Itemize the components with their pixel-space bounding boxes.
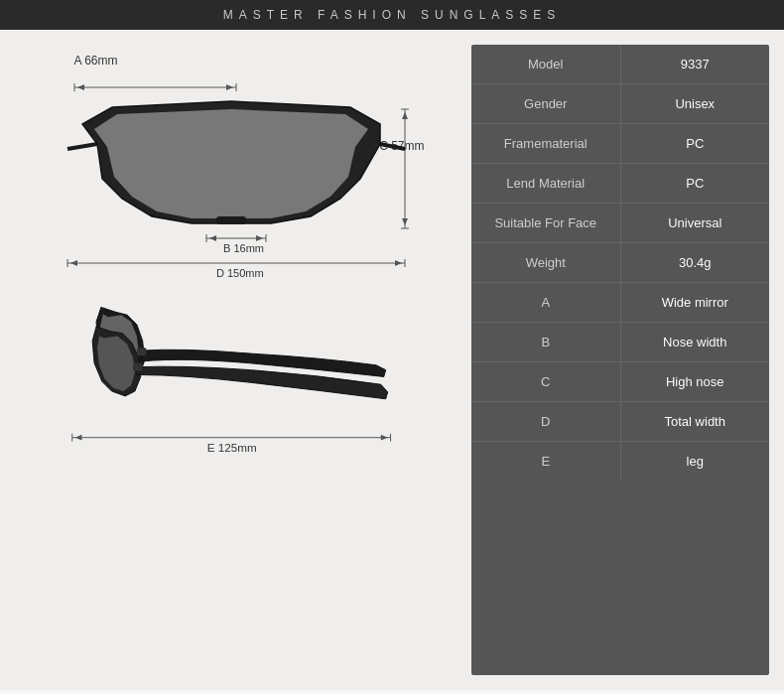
- spec-label: Lend Material: [471, 164, 620, 204]
- spec-value: leg: [620, 442, 769, 482]
- svg-marker-4: [226, 84, 233, 90]
- spec-row: Suitable For Face Universal: [471, 204, 769, 243]
- spec-row: A Wide mirror: [471, 283, 769, 323]
- svg-rect-24: [132, 363, 142, 371]
- svg-marker-29: [380, 435, 387, 441]
- spec-label: Model: [471, 45, 620, 84]
- spec-row: B Nose width: [471, 323, 769, 362]
- spec-table: Model 9337 Gender Unisex Framematerial P…: [471, 45, 769, 481]
- spec-label: D: [471, 402, 620, 442]
- svg-marker-28: [74, 435, 81, 441]
- spec-row: Weight 30.4g: [471, 243, 769, 283]
- svg-text:B 16mm: B 16mm: [223, 242, 264, 254]
- spec-value: Nose width: [620, 323, 769, 362]
- spec-label: Weight: [471, 243, 620, 283]
- svg-marker-21: [395, 260, 402, 266]
- spec-value: 9337: [620, 45, 769, 84]
- spec-row: Framematerial PC: [471, 124, 769, 164]
- top-glasses-svg: B 16mm D 150mm: [53, 69, 420, 278]
- spec-label: A: [471, 283, 620, 323]
- svg-text:D 150mm: D 150mm: [216, 267, 264, 278]
- top-glasses-diagram: A 66mm C 57mm: [53, 50, 430, 278]
- spec-value: PC: [620, 124, 769, 164]
- spec-label: C: [471, 362, 620, 402]
- spec-label: Gender: [471, 84, 620, 124]
- header-title: MASTER FASHION SUNGLASSES: [223, 8, 562, 22]
- spec-row: Model 9337: [471, 45, 769, 84]
- spec-table-panel: Model 9337 Gender Unisex Framematerial P…: [471, 45, 769, 675]
- spec-value: Total width: [620, 402, 769, 442]
- spec-label: E: [471, 442, 620, 482]
- svg-text:E 125mm: E 125mm: [206, 441, 256, 454]
- bottom-glasses-diagram: E 125mm: [53, 288, 430, 467]
- svg-marker-3: [77, 84, 84, 90]
- spec-value: High nose: [620, 362, 769, 402]
- svg-marker-8: [402, 112, 408, 119]
- svg-marker-14: [209, 235, 216, 241]
- svg-marker-20: [70, 260, 77, 266]
- side-glasses-svg: E 125mm: [53, 288, 420, 462]
- spec-value: Unisex: [620, 84, 769, 124]
- spec-row: D Total width: [471, 402, 769, 442]
- dim-a-label: A 66mm: [74, 54, 118, 68]
- spec-value: 30.4g: [620, 243, 769, 283]
- site-header: MASTER FASHION SUNGLASSES: [0, 0, 784, 30]
- left-panel: A 66mm C 57mm: [0, 30, 471, 690]
- spec-value: Universal: [620, 204, 769, 243]
- spec-value: PC: [620, 164, 769, 204]
- spec-row: C High nose: [471, 362, 769, 402]
- svg-rect-23: [136, 347, 146, 355]
- svg-marker-9: [402, 218, 408, 225]
- spec-row: Lend Material PC: [471, 164, 769, 204]
- spec-value: Wide mirror: [620, 283, 769, 323]
- svg-marker-15: [256, 235, 263, 241]
- svg-rect-10: [216, 216, 246, 224]
- spec-label: B: [471, 323, 620, 362]
- spec-row: Gender Unisex: [471, 84, 769, 124]
- spec-label: Suitable For Face: [471, 204, 620, 243]
- spec-label: Framematerial: [471, 124, 620, 164]
- spec-row: E leg: [471, 442, 769, 482]
